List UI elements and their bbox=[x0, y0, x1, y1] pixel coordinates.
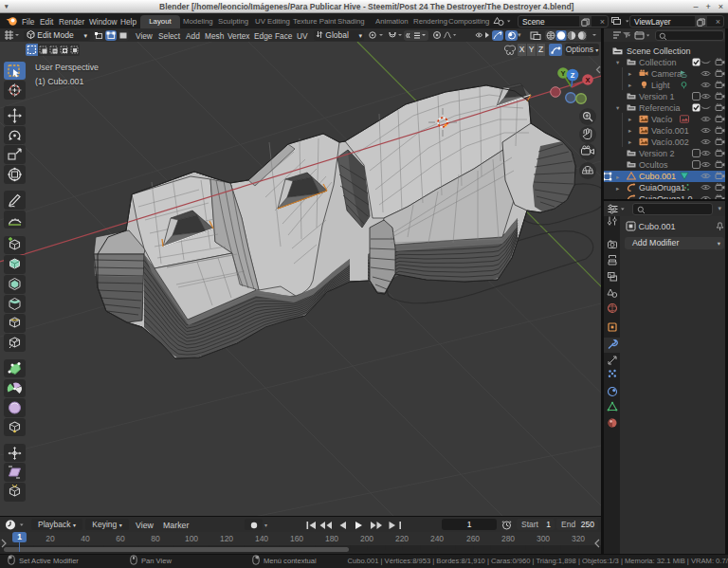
svg-text:Z: Z bbox=[571, 71, 575, 80]
svg-text:X: X bbox=[585, 76, 590, 84]
svg-text:Y: Y bbox=[560, 69, 565, 78]
